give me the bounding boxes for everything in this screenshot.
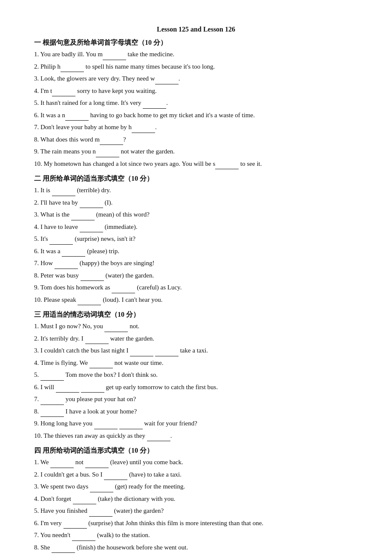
section-2-line-4: 4. I have to leave (immediate). xyxy=(34,222,358,233)
blank xyxy=(103,53,126,60)
section-4-line-8: 8. She (finish) the housework before she… xyxy=(34,542,358,553)
blank xyxy=(62,250,85,257)
section-3-line-4: 4. Time is flying. We not waste our time… xyxy=(34,358,358,369)
blank xyxy=(81,386,104,393)
section-2-title: 二 用所给单词的适当形式填空（10 分） xyxy=(34,174,358,183)
blank xyxy=(147,434,170,442)
section-2-line-3: 3. What is the (mean) of this word? xyxy=(34,209,358,220)
blank xyxy=(215,162,239,170)
blank xyxy=(112,286,135,293)
blank xyxy=(55,262,78,269)
blank xyxy=(94,422,118,429)
section-4-line-7: 7. You needn't (walk) to the station. xyxy=(34,530,358,541)
blank xyxy=(132,126,155,133)
blank xyxy=(78,298,101,306)
section-4-line-1: 1. We not (leave) until you come back. xyxy=(34,457,358,468)
page-title: Lesson 125 and Lesson 126 xyxy=(34,26,358,33)
blank xyxy=(104,325,128,332)
section-4-line-2: 2. I couldn't get a bus. So I (have) to … xyxy=(34,469,358,480)
section-3: 三 用适当的情态动词填空（10 分） 1. Must I go now? No,… xyxy=(34,310,358,441)
section-3-line-3: 3. I couldn't catch the bus last night I… xyxy=(34,345,358,356)
blank xyxy=(61,65,84,72)
section-1-line-8: 8. What does this word m? xyxy=(34,134,358,145)
blank xyxy=(85,337,109,344)
section-3-title: 三 用适当的情态动词填空（10 分） xyxy=(34,310,358,319)
section-3-line-9: 9. Hong long have you wait for your frie… xyxy=(34,418,358,429)
blank xyxy=(130,349,153,356)
section-3-line-8: 8. I have a look at your home? xyxy=(34,406,358,417)
section-1: 一 根据句意及所给单词首字母填空（10 分） 1. You are badly … xyxy=(34,38,358,169)
section-1-line-9: 9. The rain means you n not water the ga… xyxy=(34,146,358,157)
blank xyxy=(65,114,89,121)
blank xyxy=(81,274,104,281)
blank xyxy=(119,422,143,429)
blank xyxy=(80,201,103,208)
blank xyxy=(96,150,119,157)
section-2-line-7: 7. How (happy) the boys are singing! xyxy=(34,258,358,269)
section-4-line-6: 6. I'm very (surprise) that John thinks … xyxy=(34,518,358,529)
blank xyxy=(40,398,64,405)
blank xyxy=(155,77,179,84)
blank xyxy=(56,386,79,393)
section-2-line-6: 6. It was a (please) trip. xyxy=(34,246,358,257)
blank xyxy=(52,546,75,553)
blank xyxy=(80,225,103,233)
section-2-line-9: 9. Tom does his homework as (careful) as… xyxy=(34,282,358,293)
section-3-line-6: 6. I will get up early tomorrow to catch… xyxy=(34,382,358,393)
section-4-line-4: 4. Don't forget (take) the dictionary wi… xyxy=(34,494,358,505)
blank xyxy=(73,497,96,505)
section-1-title: 一 根据句意及所给单词首字母填空（10 分） xyxy=(34,38,358,47)
section-1-line-2: 2. Philip h to spell his name many times… xyxy=(34,61,358,72)
section-4-line-5: 5. Have you finished (water) the garden? xyxy=(34,506,358,517)
section-1-line-7: 7. Don't leave your baby at home by h. xyxy=(34,122,358,133)
section-4-line-3: 3. We spent two days (get) ready for the… xyxy=(34,481,358,492)
section-2-line-5: 5. It's (surprise) news, isn't it? xyxy=(34,234,358,245)
section-3-line-10: 10. The thieves ran away as quickly as t… xyxy=(34,431,358,442)
blank xyxy=(100,138,123,145)
blank xyxy=(40,410,64,417)
blank xyxy=(143,101,166,109)
section-2-line-1: 1. It is (terrible) dry. xyxy=(34,185,358,196)
section-3-line-2: 2. It's terribly dry. I water the garden… xyxy=(34,333,358,344)
blank xyxy=(89,509,112,517)
blank xyxy=(72,534,95,541)
section-3-line-7: 7. you please put your hat on? xyxy=(34,394,358,405)
blank xyxy=(71,213,95,220)
section-2-line-8: 8. Peter was busy (water) the garden. xyxy=(34,270,358,281)
section-4-title: 四 用所给动词的适当形式填空（10 分） xyxy=(34,446,358,455)
section-3-line-5: 5. Tom move the box? I don't think so. xyxy=(34,370,358,381)
section-2-line-2: 2. I'll have tea by (I). xyxy=(34,197,358,208)
blank xyxy=(50,461,74,468)
blank xyxy=(104,473,127,480)
section-2: 二 用所给单词的适当形式填空（10 分） 1. It is (terrible)… xyxy=(34,174,358,305)
section-4: 四 用所给动词的适当形式填空（10 分） 1. We not (leave) u… xyxy=(34,446,358,555)
section-1-line-10: 10. My hometown has changed a lot since … xyxy=(34,159,358,170)
blank xyxy=(52,189,75,196)
section-1-line-5: 5. It hasn't rained for a long time. It'… xyxy=(34,98,358,109)
blank xyxy=(85,461,109,468)
blank xyxy=(89,361,113,369)
section-1-line-3: 3. Look, the glowers are very dry. They … xyxy=(34,73,358,84)
blank xyxy=(40,373,64,381)
section-3-line-1: 1. Must I go now? No, you not. xyxy=(34,321,358,332)
section-1-line-1: 1. You are badly ill. You m take the med… xyxy=(34,49,358,60)
blank xyxy=(52,90,75,97)
blank xyxy=(49,237,73,245)
blank xyxy=(90,485,113,492)
blank xyxy=(63,522,87,529)
blank xyxy=(155,349,179,356)
section-1-line-4: 4. I'm t sorry to have kept you waiting. xyxy=(34,86,358,97)
section-1-line-6: 6. It was a n having to go back home to … xyxy=(34,110,358,121)
section-2-line-10: 10. Please speak (loud). I can't hear yo… xyxy=(34,295,358,306)
